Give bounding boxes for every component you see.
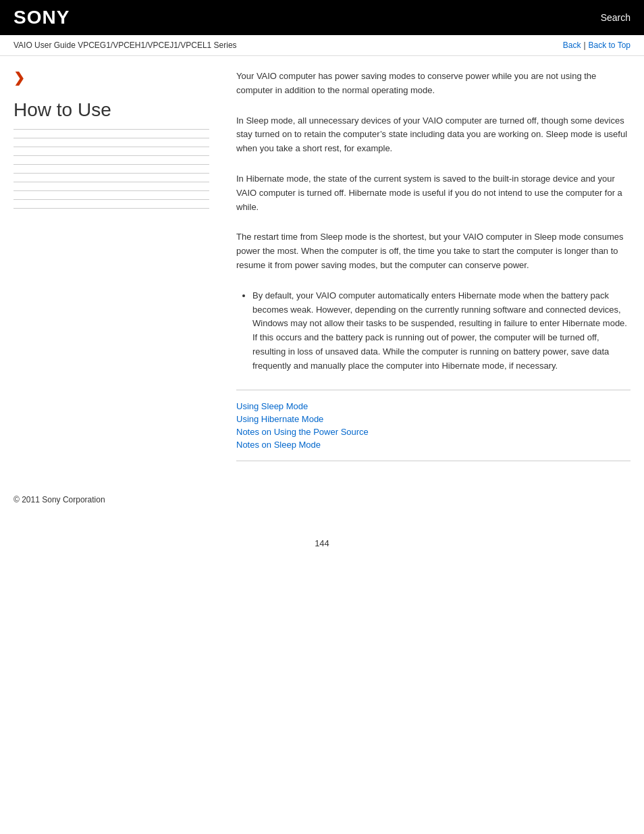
footer: © 2011 Sony Corporation	[0, 475, 644, 525]
back-link[interactable]: Back	[563, 41, 581, 50]
chevron-right-icon: ❯	[14, 70, 209, 86]
breadcrumb: VAIO User Guide VPCEG1/VPCEH1/VPCEJ1/VPC…	[14, 41, 237, 50]
sidebar-divider-1	[14, 129, 209, 130]
sidebar-divider-10	[14, 208, 209, 209]
sidebar-divider-4	[14, 155, 209, 156]
paragraph-4: The restart time from Sleep mode is the …	[236, 230, 630, 272]
nav-links: Back | Back to Top	[563, 41, 630, 50]
link-using-hibernate-mode[interactable]: Using Hibernate Mode	[236, 414, 630, 424]
copyright: © 2011 Sony Corporation	[14, 495, 105, 504]
sidebar-divider-2	[14, 138, 209, 138]
sidebar-divider-7	[14, 182, 209, 182]
nav-separator: |	[583, 41, 585, 50]
content-footer-divider	[236, 461, 630, 461]
sidebar-divider-5	[14, 164, 209, 165]
content-area: Your VAIO computer has power saving mode…	[223, 70, 630, 461]
sub-header: VAIO User Guide VPCEG1/VPCEH1/VPCEJ1/VPC…	[0, 35, 644, 56]
sidebar: ❯ How to Use	[14, 70, 223, 461]
sidebar-divider-8	[14, 190, 209, 191]
bullet-section: By default, your VAIO computer automatic…	[236, 289, 630, 373]
page-number: 144	[0, 525, 644, 562]
bullet-list: By default, your VAIO computer automatic…	[236, 289, 630, 373]
sidebar-divider-6	[14, 173, 209, 174]
back-to-top-link[interactable]: Back to Top	[589, 41, 630, 50]
bullet-item-1: By default, your VAIO computer automatic…	[252, 289, 630, 373]
search-button[interactable]: Search	[601, 12, 630, 23]
related-links-section: Using Sleep Mode Using Hibernate Mode No…	[236, 390, 630, 450]
link-notes-sleep-mode[interactable]: Notes on Sleep Mode	[236, 440, 630, 450]
sony-logo: SONY	[14, 7, 70, 28]
link-using-sleep-mode[interactable]: Using Sleep Mode	[236, 401, 630, 411]
sidebar-divider-9	[14, 199, 209, 200]
header: SONY Search	[0, 0, 644, 35]
sidebar-title: How to Use	[14, 99, 209, 121]
paragraph-2: In Sleep mode, all unnecessary devices o…	[236, 114, 630, 156]
main-content: ❯ How to Use Your VAIO computer has powe…	[0, 56, 644, 475]
link-notes-power-source[interactable]: Notes on Using the Power Source	[236, 427, 630, 437]
paragraph-1: Your VAIO computer has power saving mode…	[236, 70, 630, 98]
paragraph-3: In Hibernate mode, the state of the curr…	[236, 172, 630, 214]
sidebar-divider-3	[14, 147, 209, 147]
